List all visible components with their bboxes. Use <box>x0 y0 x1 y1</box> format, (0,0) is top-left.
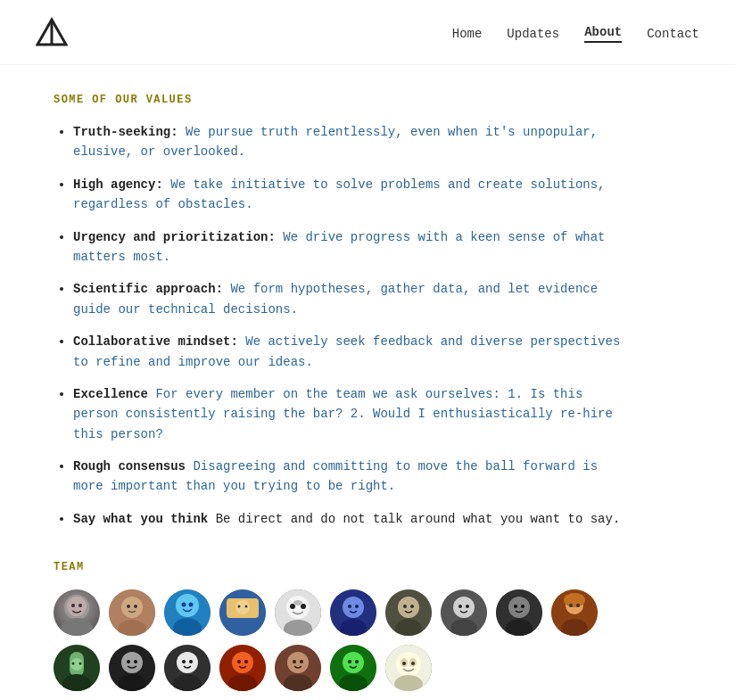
svg-point-76 <box>287 652 309 673</box>
svg-point-5 <box>71 604 75 607</box>
nav-about[interactable]: About <box>584 25 622 43</box>
svg-point-20 <box>238 605 241 608</box>
avatar <box>219 645 266 691</box>
list-item: Scientific approach: We form hypotheses,… <box>73 279 624 319</box>
svg-point-6 <box>78 604 82 607</box>
svg-point-21 <box>245 605 248 608</box>
avatar <box>330 645 376 691</box>
value-label: Say what you think <box>73 512 208 526</box>
avatar <box>496 589 542 636</box>
team-grid <box>54 589 624 691</box>
logo <box>36 16 68 52</box>
avatar <box>275 645 321 691</box>
avatar <box>54 589 100 636</box>
svg-point-90 <box>411 662 415 665</box>
svg-point-11 <box>134 605 137 608</box>
avatar <box>164 645 211 691</box>
svg-point-77 <box>293 660 296 663</box>
svg-point-71 <box>232 652 253 673</box>
svg-point-81 <box>343 652 364 673</box>
svg-point-67 <box>182 660 186 663</box>
list-item: Truth-seeking: We pursue truth relentles… <box>73 122 624 162</box>
svg-point-35 <box>403 605 407 608</box>
value-label: Excellence <box>73 387 148 401</box>
svg-point-8 <box>121 597 143 618</box>
svg-point-10 <box>127 605 130 608</box>
svg-point-68 <box>189 660 193 663</box>
svg-point-52 <box>576 604 580 607</box>
svg-point-36 <box>410 605 414 608</box>
list-item: Collaborative mindset: We actively seek … <box>73 332 624 372</box>
avatar <box>275 589 321 636</box>
svg-point-3 <box>61 618 93 636</box>
avatar <box>551 589 598 636</box>
list-item: Rough consensus Disagreeing and committi… <box>73 457 624 497</box>
svg-point-40 <box>458 605 462 608</box>
svg-point-29 <box>343 597 364 618</box>
site-header: Home Updates About Contact <box>0 0 735 65</box>
svg-point-51 <box>569 604 573 607</box>
svg-point-31 <box>355 605 359 608</box>
team-heading: TEAM <box>54 561 624 573</box>
avatar <box>441 589 487 636</box>
values-list: Truth-seeking: We pursue truth relentles… <box>54 122 624 529</box>
value-text: Be direct and do not talk around what yo… <box>216 512 621 526</box>
svg-point-83 <box>355 660 359 663</box>
svg-point-46 <box>521 605 524 608</box>
avatar <box>330 589 376 636</box>
avatar <box>54 645 100 691</box>
value-label: High agency: <box>73 177 163 192</box>
main-content: SOME OF OUR VALUES Truth-seeking: We pur… <box>0 65 678 700</box>
svg-point-62 <box>127 660 130 663</box>
svg-point-19 <box>235 600 250 614</box>
avatar <box>385 645 432 691</box>
value-text: For every member on the team we ask ours… <box>73 387 613 441</box>
svg-point-89 <box>402 662 406 665</box>
svg-point-30 <box>348 605 351 608</box>
value-label: Scientific approach: <box>73 282 223 296</box>
svg-point-63 <box>134 660 137 663</box>
nav-updates[interactable]: Updates <box>507 27 559 41</box>
main-nav: Home Updates About Contact <box>452 25 699 43</box>
avatar <box>385 589 432 636</box>
value-label: Rough consensus <box>73 459 186 474</box>
svg-point-44 <box>508 597 530 618</box>
avatar <box>109 645 155 691</box>
nav-home[interactable]: Home <box>452 27 483 41</box>
svg-point-73 <box>244 660 248 663</box>
svg-point-23 <box>286 596 310 619</box>
svg-point-66 <box>177 652 198 673</box>
svg-point-15 <box>182 603 186 607</box>
team-section: TEAM <box>54 561 624 691</box>
value-label: Collaborative mindset: <box>73 334 238 349</box>
nav-contact[interactable]: Contact <box>647 27 699 41</box>
svg-point-34 <box>398 597 419 618</box>
list-item: Say what you think Be direct and do not … <box>73 509 624 529</box>
svg-point-61 <box>121 652 143 673</box>
svg-point-72 <box>237 660 241 663</box>
svg-point-13 <box>176 594 199 617</box>
svg-point-41 <box>466 605 469 608</box>
avatar <box>219 589 266 636</box>
avatar <box>109 589 155 636</box>
values-heading: SOME OF OUR VALUES <box>54 94 624 106</box>
svg-point-24 <box>290 604 295 609</box>
svg-point-78 <box>300 660 303 663</box>
value-label: Urgency and prioritization: <box>73 230 276 244</box>
svg-point-25 <box>301 604 306 609</box>
avatar <box>164 589 211 636</box>
svg-point-58 <box>79 663 82 665</box>
svg-point-45 <box>514 605 517 608</box>
list-item: Urgency and prioritization: We drive pro… <box>73 227 624 268</box>
svg-point-39 <box>453 597 475 618</box>
list-item: Excellence For every member on the team … <box>73 384 624 444</box>
value-label: Truth-seeking: <box>73 125 178 139</box>
svg-point-57 <box>72 663 75 665</box>
list-item: High agency: We take initiative to solve… <box>73 175 624 215</box>
svg-point-16 <box>189 603 194 607</box>
values-section: SOME OF OUR VALUES Truth-seeking: We pur… <box>54 94 624 529</box>
svg-point-86 <box>396 652 421 677</box>
svg-point-82 <box>348 660 351 663</box>
svg-point-50 <box>564 593 585 607</box>
svg-point-26 <box>293 600 302 605</box>
